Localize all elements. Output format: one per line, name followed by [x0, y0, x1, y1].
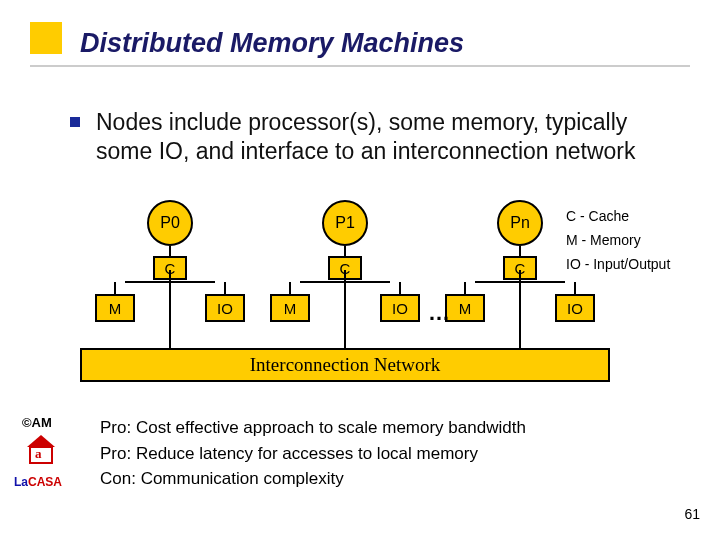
con-1: Con: Communication complexity: [100, 466, 526, 492]
connector: [399, 282, 401, 294]
connector: [289, 282, 291, 294]
body-bullet-row: Nodes include processor(s), some memory,…: [70, 108, 680, 166]
legend-memory: M - Memory: [566, 229, 670, 253]
title-underline: [30, 65, 690, 67]
processor-pn: Pn: [497, 200, 543, 246]
interconnection-network-box: Interconnection Network: [80, 348, 610, 382]
diagram-legend: C - Cache M - Memory IO - Input/Output: [566, 205, 670, 276]
footer-la: La: [14, 475, 28, 489]
legend-io: IO - Input/Output: [566, 253, 670, 277]
connector: [344, 280, 346, 348]
connector: [169, 246, 171, 256]
ellipsis: …: [428, 300, 450, 326]
connector: [464, 282, 466, 294]
footer-casa: CASA: [28, 475, 62, 489]
connector: [114, 282, 116, 294]
legend-cache: C - Cache: [566, 205, 670, 229]
connector: [169, 280, 171, 348]
io-box: IO: [380, 294, 420, 322]
body-bullet-text: Nodes include processor(s), some memory,…: [96, 108, 680, 166]
footer-lacasa-label: LaCASA: [14, 475, 62, 489]
processor-p1: P1: [322, 200, 368, 246]
io-box: IO: [555, 294, 595, 322]
title-accent-square: [30, 22, 62, 54]
footer-logo-icon: a: [22, 435, 60, 470]
memory-box: M: [445, 294, 485, 322]
bullet-square-icon: [70, 117, 80, 127]
connector: [519, 280, 521, 348]
connector: [224, 282, 226, 294]
page-title: Distributed Memory Machines: [80, 28, 464, 59]
connector: [574, 282, 576, 294]
pros-cons-list: Pro: Cost effective approach to scale me…: [100, 415, 526, 492]
io-box: IO: [205, 294, 245, 322]
connector: [344, 246, 346, 256]
pro-2: Pro: Reduce latency for accesses to loca…: [100, 441, 526, 467]
connector: [519, 246, 521, 256]
memory-box: M: [95, 294, 135, 322]
memory-box: M: [270, 294, 310, 322]
processor-p0: P0: [147, 200, 193, 246]
pro-1: Pro: Cost effective approach to scale me…: [100, 415, 526, 441]
page-number: 61: [684, 506, 700, 522]
footer-copyright: ©AM: [22, 415, 52, 430]
